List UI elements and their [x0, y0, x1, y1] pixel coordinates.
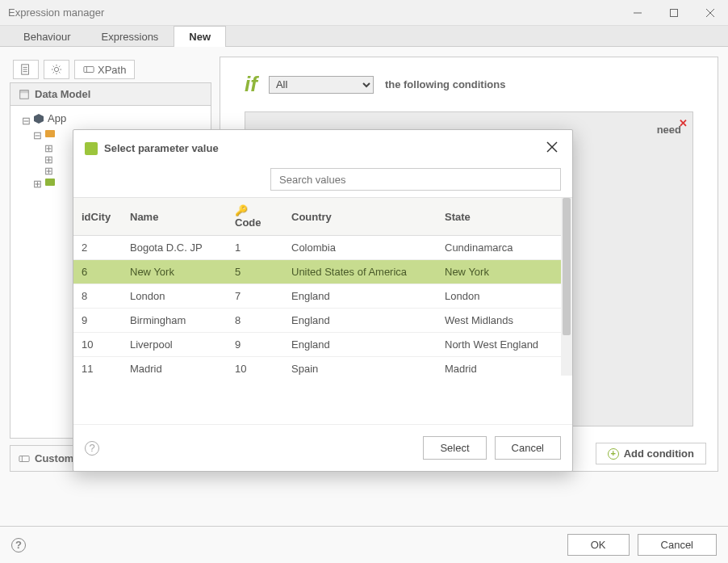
plus-icon: +	[608, 448, 619, 460]
svg-rect-22	[45, 130, 55, 137]
table-scrollbar[interactable]	[561, 198, 572, 376]
table-row[interactable]: 2Bogota D.C. JP1ColombiaCundinamarca	[73, 236, 572, 260]
help-icon[interactable]: ?	[11, 538, 26, 552]
scrollbar-thumb[interactable]	[563, 198, 571, 335]
bottom-bar: ? OK Cancel	[0, 526, 728, 563]
add-condition-button[interactable]: + Add condition	[596, 443, 706, 464]
expander-icon[interactable]: ⊟	[22, 115, 30, 123]
table-cell: 11	[73, 357, 122, 376]
table-cell: 9	[227, 333, 283, 357]
window-titlebar: Expression manager	[0, 0, 728, 26]
table-cell: England	[283, 333, 437, 357]
left-toolbox: XPath	[10, 57, 211, 83]
svg-marker-21	[34, 114, 44, 124]
col-code[interactable]: 🔑 Code	[227, 198, 283, 236]
dropzone-hint: need	[657, 124, 681, 136]
parameter-values-table: idCity Name 🔑 Code Country State 2Bogota…	[73, 198, 572, 376]
table-cell: 2	[73, 236, 122, 260]
table-cell: Birmingham	[122, 309, 227, 333]
table-cell: New York	[437, 260, 572, 284]
table-cell: West Midlands	[437, 309, 572, 333]
table-cell: 6	[73, 260, 122, 284]
maximize-button[interactable]	[655, 0, 692, 26]
table-cell: North West England	[437, 333, 572, 357]
select-parameter-modal: Select parameter value idCity Name 🔑 Cod…	[73, 129, 573, 472]
table-cell: 9	[73, 309, 122, 333]
table-cell: London	[122, 284, 227, 309]
expander-icon[interactable]: ⊞	[33, 178, 41, 186]
if-keyword: if	[245, 72, 257, 97]
table-row[interactable]: 6New York5United States of AmericaNew Yo…	[73, 260, 572, 284]
close-button[interactable]	[692, 0, 728, 26]
add-condition-label: Add condition	[624, 447, 694, 460]
data-model-header: Data Model	[10, 83, 211, 106]
table-cell: Madrid	[437, 357, 572, 376]
table-cell: Liverpool	[122, 333, 227, 357]
expander-icon[interactable]: ⊞	[44, 142, 52, 150]
table-cell: Spain	[283, 357, 437, 376]
svg-rect-1	[670, 9, 677, 16]
remove-condition-icon[interactable]: ✕	[679, 117, 688, 129]
table-cell: 5	[227, 260, 283, 284]
svg-rect-20	[20, 90, 29, 93]
svg-point-8	[54, 67, 58, 71]
table-cell: Cundinamarca	[437, 236, 572, 260]
modal-cube-icon	[85, 142, 98, 155]
modal-cancel-button[interactable]: Cancel	[495, 436, 561, 460]
tab-expressions[interactable]: Expressions	[86, 26, 174, 47]
table-cell: 8	[73, 284, 122, 309]
svg-line-15	[53, 72, 54, 73]
toolbox-xpath-label: XPath	[98, 64, 126, 76]
table-cell: 10	[227, 357, 283, 376]
table-row[interactable]: 11Madrid10SpainMadrid	[73, 357, 572, 376]
window-title: Expression manager	[8, 6, 104, 19]
svg-line-14	[59, 72, 60, 73]
table-row[interactable]: 9Birmingham8EnglandWest Midlands	[73, 309, 572, 333]
table-cell: Colombia	[283, 236, 437, 260]
table-cell: London	[437, 284, 572, 309]
table-cell: 1	[227, 236, 283, 260]
svg-rect-17	[84, 67, 94, 73]
tab-new[interactable]: New	[174, 26, 226, 47]
table-cell: Bogota D.C. JP	[122, 236, 227, 260]
table-cell: 7	[227, 284, 283, 309]
svg-line-13	[53, 66, 54, 67]
following-conditions-label: the following conditions	[385, 78, 505, 90]
expander-icon[interactable]: ⊞	[44, 165, 52, 173]
modal-close-icon[interactable]	[543, 138, 561, 158]
svg-rect-24	[19, 456, 29, 461]
expander-icon[interactable]: ⊟	[33, 129, 41, 137]
table-cell: 8	[227, 309, 283, 333]
table-cell: 10	[73, 333, 122, 357]
tab-behaviour[interactable]: Behaviour	[8, 26, 86, 47]
scope-select[interactable]: All	[269, 76, 374, 94]
cancel-button[interactable]: Cancel	[638, 534, 717, 556]
col-name[interactable]: Name	[122, 198, 227, 236]
col-state[interactable]: State	[437, 198, 572, 236]
tree-node-label: App	[48, 112, 66, 124]
modal-select-button[interactable]: Select	[423, 436, 486, 460]
key-icon: 🔑	[235, 204, 248, 216]
modal-help-icon[interactable]: ?	[85, 441, 99, 456]
minimize-button[interactable]	[619, 0, 655, 26]
table-cell: Madrid	[122, 357, 227, 376]
table-cell: New York	[122, 260, 227, 284]
toolbox-gear-icon[interactable]	[44, 60, 69, 79]
toolbox-sheet-icon[interactable]	[13, 60, 39, 79]
table-row[interactable]: 10Liverpool9EnglandNorth West England	[73, 333, 572, 357]
toolbox-xpath-button[interactable]: XPath	[74, 60, 135, 79]
table-cell: England	[283, 284, 437, 309]
col-country[interactable]: Country	[283, 198, 437, 236]
ok-button[interactable]: OK	[567, 534, 630, 556]
expander-icon[interactable]: ⊞	[44, 153, 52, 162]
tree-node-app[interactable]: ⊟ App	[14, 111, 207, 126]
modal-title: Select parameter value	[104, 142, 219, 154]
svg-line-16	[59, 66, 60, 67]
col-idcity[interactable]: idCity	[73, 198, 122, 236]
table-row[interactable]: 8London7EnglandLondon	[73, 284, 572, 309]
main-tabbar: Behaviour Expressions New	[0, 26, 728, 47]
data-model-title: Data Model	[35, 88, 90, 100]
table-cell: United States of America	[283, 260, 437, 284]
table-cell: England	[283, 309, 437, 333]
search-input[interactable]	[270, 168, 561, 191]
